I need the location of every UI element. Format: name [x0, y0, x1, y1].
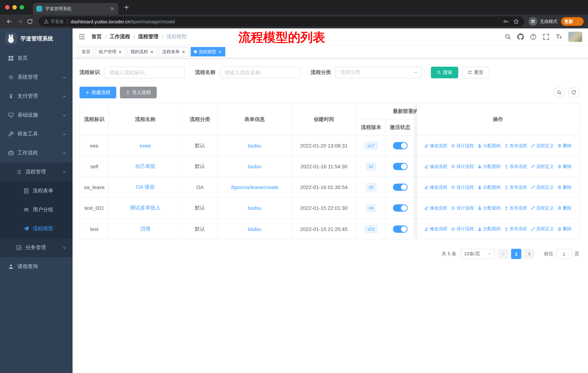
github-icon[interactable]	[517, 33, 524, 40]
prev-page-button[interactable]	[498, 249, 508, 259]
action-delete-link[interactable]: 删除	[557, 163, 572, 170]
action-assign-link[interactable]: 分配规则	[478, 226, 501, 232]
process-name-link[interactable]: 自己审批	[135, 163, 156, 170]
action-publish-link[interactable]: 发布流程	[504, 143, 527, 149]
tag-my-process[interactable]: 我的流程	[127, 47, 157, 56]
toggle-search-button[interactable]	[554, 87, 565, 98]
breadcrumb-item[interactable]: 首页	[92, 33, 102, 40]
action-link-link[interactable]: 流程定义	[531, 184, 554, 190]
action-edit-link[interactable]: 修改流程	[424, 205, 447, 211]
action-edit-link[interactable]: 修改流程	[424, 184, 447, 190]
browser-menu-icon[interactable]: ⋮	[576, 19, 580, 24]
reset-button[interactable]: 重置	[462, 67, 489, 78]
help-icon[interactable]	[530, 33, 537, 40]
action-link-link[interactable]: 流程定义	[531, 163, 554, 170]
action-design-link[interactable]: 设计流程	[451, 226, 474, 232]
sidebar-item-8[interactable]: 用户分组	[0, 200, 73, 219]
action-design-link[interactable]: 设计流程	[451, 143, 474, 149]
sidebar-collapse-icon[interactable]	[78, 33, 86, 40]
password-key-icon[interactable]	[503, 19, 509, 24]
active-status-toggle[interactable]	[393, 163, 407, 170]
action-link-link[interactable]: 流程定义	[531, 205, 554, 211]
goto-page-input[interactable]	[556, 249, 572, 259]
action-publish-link[interactable]: 发布流程	[504, 163, 527, 170]
action-design-link[interactable]: 设计流程	[451, 205, 474, 211]
search-button[interactable]: 搜索	[431, 67, 458, 78]
sidebar-item-6[interactable]: 流程管理	[0, 162, 73, 181]
action-delete-link[interactable]: 删除	[557, 184, 572, 190]
active-status-toggle[interactable]	[393, 225, 407, 232]
tag-home[interactable]: 首页	[78, 47, 94, 56]
font-size-icon[interactable]	[556, 33, 562, 40]
process-name-link[interactable]: 测试多审批人	[130, 205, 161, 211]
tag-tenant[interactable]: 租户管理	[95, 47, 126, 56]
tag-close-icon[interactable]	[118, 50, 122, 54]
sidebar-item-2[interactable]: 支付管理	[0, 87, 73, 106]
action-publish-link[interactable]: 发布流程	[504, 184, 527, 190]
address-bar[interactable]: 不安全 dashboard.yudao.iocoder.cn/bpm/manag…	[39, 16, 524, 27]
reload-button[interactable]	[25, 16, 35, 27]
update-button[interactable]: 更新 ⋮	[561, 17, 584, 26]
back-button[interactable]	[4, 16, 15, 27]
form-info-link[interactable]: biubiu	[248, 226, 262, 232]
active-status-toggle[interactable]	[393, 142, 407, 149]
tag-close-icon[interactable]	[181, 50, 186, 54]
sidebar-item-0[interactable]: 首页	[0, 49, 73, 68]
process-name-input[interactable]	[220, 67, 300, 78]
form-info-link[interactable]: biubiu	[248, 143, 262, 149]
forward-button[interactable]	[15, 16, 25, 27]
tag-process-model[interactable]: 流程模型	[191, 47, 225, 56]
new-tab-button[interactable]	[124, 4, 129, 10]
page-size-select[interactable]: 10条/页	[461, 249, 495, 259]
minimize-window-button[interactable]	[12, 5, 17, 10]
action-delete-link[interactable]: 删除	[557, 143, 572, 149]
bookmark-star-icon[interactable]	[513, 19, 519, 24]
next-page-button[interactable]	[524, 249, 535, 259]
fullscreen-icon[interactable]	[543, 33, 549, 40]
sidebar-item-11[interactable]: 请假查询	[0, 257, 73, 276]
process-name-link[interactable]: eeee	[140, 143, 151, 149]
tab-close-icon[interactable]	[110, 6, 115, 11]
sidebar-item-7[interactable]: 流程表单	[0, 181, 73, 200]
action-publish-link[interactable]: 发布流程	[504, 205, 527, 211]
form-info-link[interactable]: biubiu	[248, 205, 262, 211]
action-edit-link[interactable]: 修改流程	[424, 226, 447, 232]
process-name-link[interactable]: OA 请假	[136, 184, 155, 191]
action-link-link[interactable]: 流程定义	[531, 226, 554, 232]
zoom-window-button[interactable]	[20, 5, 24, 10]
action-edit-link[interactable]: 修改流程	[424, 143, 447, 149]
page-number-button[interactable]: 1	[511, 249, 521, 259]
sidebar-item-1[interactable]: 系统管理	[0, 68, 73, 87]
sidebar-item-5[interactable]: 工作流程	[0, 143, 73, 162]
import-process-button[interactable]: 导入流程	[120, 87, 157, 98]
sidebar-item-4[interactable]: 研发工具	[0, 125, 73, 143]
tag-close-icon[interactable]	[218, 50, 222, 54]
tag-close-icon[interactable]	[150, 50, 154, 54]
tag-process-form[interactable]: 流程表单	[159, 47, 189, 56]
action-link-link[interactable]: 流程定义	[531, 143, 554, 149]
refresh-table-button[interactable]	[568, 87, 579, 98]
active-status-toggle[interactable]	[393, 184, 407, 191]
breadcrumb-item[interactable]: 流程管理	[138, 33, 158, 40]
sidebar-item-9[interactable]: 流程模型	[0, 219, 73, 238]
action-edit-link[interactable]: 修改流程	[424, 163, 447, 170]
browser-tab[interactable]: 芋道管理系统	[33, 3, 118, 15]
action-delete-link[interactable]: 删除	[557, 226, 572, 232]
active-status-toggle[interactable]	[393, 204, 407, 212]
action-publish-link[interactable]: 发布流程	[504, 226, 527, 232]
action-assign-link[interactable]: 分配规则	[478, 143, 501, 149]
security-status[interactable]: 不安全	[44, 18, 64, 25]
action-design-link[interactable]: 设计流程	[451, 163, 474, 170]
sidebar-item-10[interactable]: 任务管理	[0, 238, 73, 257]
user-avatar[interactable]	[568, 32, 582, 42]
create-process-button[interactable]: 新建流程	[79, 87, 116, 98]
process-id-input[interactable]	[104, 67, 185, 78]
close-window-button[interactable]	[5, 5, 10, 10]
search-icon[interactable]	[504, 33, 511, 40]
form-info-link[interactable]: biubiu	[248, 163, 262, 169]
action-delete-link[interactable]: 删除	[557, 205, 572, 211]
action-design-link[interactable]: 设计流程	[451, 184, 474, 190]
form-info-link[interactable]: /bpm/oa/leave/create	[231, 184, 279, 190]
action-assign-link[interactable]: 分配规则	[478, 184, 501, 190]
action-assign-link[interactable]: 分配规则	[478, 163, 501, 170]
